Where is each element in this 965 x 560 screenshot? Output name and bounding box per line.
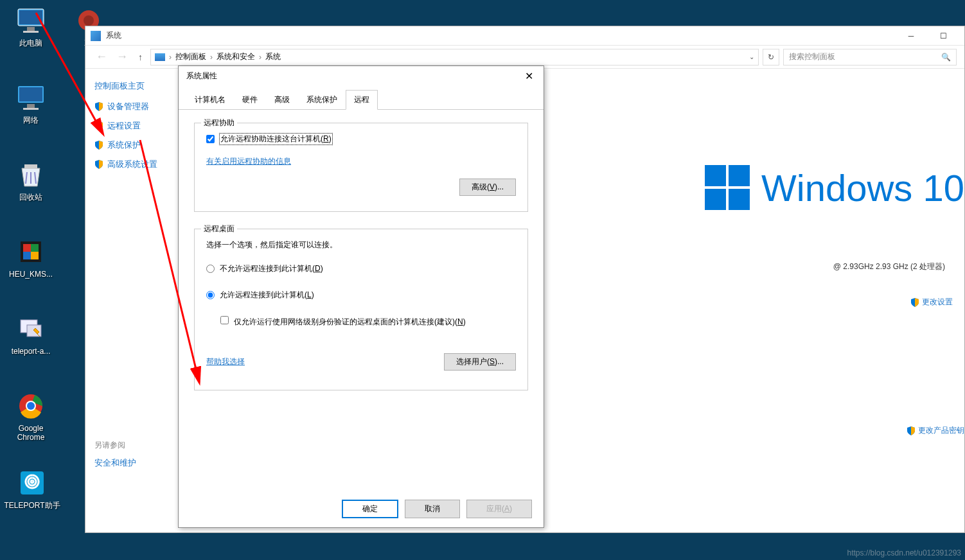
disallow-remote-radio[interactable] (206, 265, 215, 273)
change-settings-link[interactable]: 更改设置 (910, 297, 953, 308)
maximize-button[interactable]: ☐ (934, 30, 953, 42)
window-title: 系统 (106, 30, 121, 41)
dialog-titlebar: 系统属性 ✕ (179, 66, 544, 85)
icon-label: 网络 (23, 116, 39, 125)
allow-remote-row: 允许远程连接到此计算机(L) (206, 290, 516, 301)
remote-desktop-legend: 远程桌面 (201, 223, 237, 234)
see-also-label: 另请参阅 (94, 440, 179, 451)
desktop-icon-kms[interactable]: HEU_KMS... (6, 236, 55, 279)
tab-computer-name[interactable]: 计算机名 (186, 90, 234, 110)
sidebar-label: 系统保护 (107, 139, 141, 151)
help-choose-link[interactable]: 帮助我选择 (206, 356, 245, 367)
windows-label: Windows 10 (761, 166, 964, 209)
chrome-icon (15, 390, 46, 421)
cpu-info: @ 2.93GHz 2.93 GHz (2 处理器) (833, 261, 945, 272)
search-icon: 🔍 (941, 53, 951, 62)
breadcrumb[interactable]: › 控制面板 › 系统和安全 › 系统 ⌄ (150, 49, 759, 66)
teleport-assist-icon (17, 468, 48, 498)
desktop-icon-computer[interactable]: 此电脑 (6, 5, 55, 48)
icon-label: teleport-a... (12, 347, 51, 356)
sidebar-label: 设备管理器 (107, 101, 149, 112)
remote-assist-legend: 远程协助 (201, 118, 237, 128)
sidebar-label: 高级系统设置 (107, 159, 157, 170)
nla-row: 仅允许运行使用网络级别身份验证的远程桌面的计算机连接(建议)(N) (220, 316, 516, 328)
tab-advanced[interactable]: 高级 (266, 90, 298, 110)
svg-rect-9 (23, 108, 39, 110)
refresh-button[interactable]: ↻ (763, 49, 779, 66)
remote-desktop-group: 远程桌面 选择一个选项，然后指定谁可以连接。 不允许远程连接到此计算机(D) 允… (194, 229, 528, 390)
desktop-icon-chrome[interactable]: Google Chrome (6, 390, 55, 442)
allow-remote-assist-row: 允许远程协助连接这台计算机(R) (206, 134, 516, 144)
remote-assist-group: 远程协助 允许远程协助连接这台计算机(R) 有关启用远程协助的信息 高级(V).… (194, 123, 528, 212)
svg-rect-13 (31, 244, 39, 252)
icon-label: HEU_KMS... (9, 270, 53, 279)
svg-rect-3 (23, 31, 39, 33)
change-product-key-link[interactable]: 更改产品密钥 (907, 425, 964, 436)
allow-remote-assist-label[interactable]: 允许远程协助连接这台计算机(R) (220, 134, 332, 144)
crumb-system[interactable]: 系统 (265, 51, 281, 62)
search-input[interactable]: 搜索控制面板 🔍 (783, 49, 957, 66)
computer-icon (15, 5, 46, 36)
back-button[interactable]: ← (93, 50, 110, 64)
allow-remote-assist-checkbox[interactable] (206, 135, 215, 143)
desktop-icon-network[interactable]: 网络 (6, 82, 55, 125)
svg-rect-10 (24, 164, 37, 168)
sidebar-item-system-protection[interactable]: 系统保护 (94, 139, 179, 151)
shield-icon (94, 102, 103, 111)
nla-label[interactable]: 仅允许运行使用网络级别身份验证的远程桌面的计算机连接(建议)(N) (234, 316, 466, 328)
icon-label: TELEPORT助手 (4, 501, 60, 510)
crumb-control-panel[interactable]: 控制面板 (175, 51, 206, 62)
sidebar-title[interactable]: 控制面板主页 (94, 80, 179, 92)
disallow-remote-label[interactable]: 不允许远程连接到此计算机(D) (220, 263, 323, 274)
teleport-icon (15, 313, 46, 344)
network-icon (15, 82, 46, 113)
tab-hardware[interactable]: 硬件 (234, 90, 266, 110)
dialog-title: 系统属性 (186, 71, 217, 82)
watermark: https://blog.csdn.net/u012391293 (847, 548, 961, 557)
cancel-button[interactable]: 取消 (405, 500, 460, 518)
titlebar: 系统 ─ ☐ (85, 26, 964, 46)
select-users-button[interactable]: 选择用户(S)... (444, 353, 516, 371)
close-button[interactable]: ✕ (522, 70, 536, 82)
windows-logo-area: Windows 10 (705, 165, 964, 210)
svg-point-20 (27, 402, 35, 410)
sidebar-item-device-manager[interactable]: 设备管理器 (94, 101, 179, 112)
system-properties-dialog: 系统属性 ✕ 计算机名 硬件 高级 系统保护 远程 远程协助 允许远程协助连接这… (178, 66, 544, 528)
security-maintenance-link[interactable]: 安全和维护 (94, 457, 179, 469)
up-button[interactable]: ↑ (134, 52, 146, 62)
sidebar-item-advanced-settings[interactable]: 高级系统设置 (94, 159, 179, 170)
allow-remote-radio[interactable] (206, 291, 215, 299)
breadcrumb-dropdown[interactable]: ⌄ (749, 53, 754, 60)
sidebar: 控制面板主页 设备管理器 远程设置 系统保护 高级系统设置 另请参阅 安全和维护 (85, 69, 188, 532)
windows-logo-icon (705, 165, 750, 210)
tab-system-protection[interactable]: 系统保护 (298, 90, 346, 110)
svg-rect-1 (19, 10, 42, 24)
ok-button[interactable]: 确定 (342, 500, 398, 518)
forward-button[interactable]: → (114, 50, 130, 64)
desktop-icon-teleport[interactable]: teleport-a... (6, 313, 55, 356)
crumb-system-security[interactable]: 系统和安全 (217, 51, 255, 62)
shield-icon (94, 160, 103, 169)
apply-button[interactable]: 应用(A) (466, 500, 532, 518)
shield-icon (94, 121, 103, 130)
shield-icon (907, 426, 916, 435)
system-icon (91, 31, 101, 41)
dialog-button-row: 确定 取消 应用(A) (342, 500, 532, 518)
svg-point-5 (84, 15, 94, 26)
svg-rect-14 (23, 252, 31, 259)
minimize-button[interactable]: ─ (901, 30, 921, 42)
desktop-icon-teleport-assist[interactable]: TELEPORT助手 (3, 468, 61, 510)
icon-label: 此电脑 (19, 39, 42, 48)
tab-remote[interactable]: 远程 (346, 90, 378, 110)
sidebar-label: 远程设置 (107, 120, 141, 132)
remote-assist-info-link[interactable]: 有关启用远程协助的信息 (206, 156, 291, 167)
icon-label: 回收站 (19, 193, 42, 202)
svg-rect-2 (27, 27, 35, 31)
desktop-icon-recycle[interactable]: 回收站 (6, 159, 55, 202)
nla-checkbox[interactable] (220, 316, 229, 324)
sidebar-item-remote-settings[interactable]: 远程设置 (94, 120, 179, 132)
computer-icon (155, 53, 165, 61)
allow-remote-label[interactable]: 允许远程连接到此计算机(L) (220, 290, 314, 301)
kms-icon (15, 236, 46, 267)
remote-assist-advanced-button[interactable]: 高级(V)... (459, 179, 516, 196)
